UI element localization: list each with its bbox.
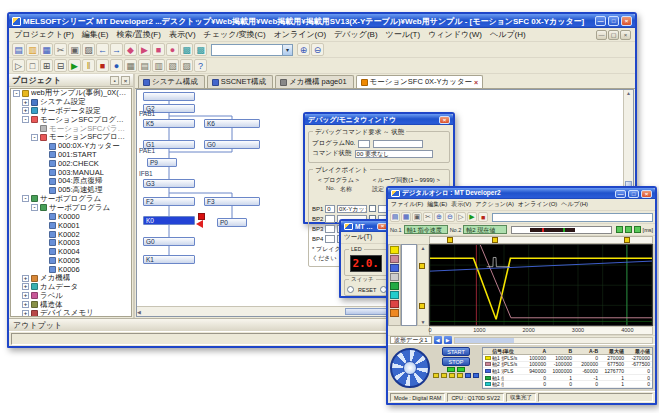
main-title-bar[interactable]: MELSOFTシリーズ MT Developer2 ...デスクトップ¥Web掲… <box>9 14 635 28</box>
motion-monitor-icon[interactable]: ● <box>166 43 179 56</box>
simulation-start-icon[interactable]: ▶ <box>68 59 81 72</box>
menu-item[interactable]: ファイル(F) <box>391 200 423 209</box>
device-batch-monitor-icon[interactable]: ▩ <box>180 43 193 56</box>
tree-item[interactable]: K0005 <box>11 256 131 265</box>
expand-toggle-icon[interactable]: + <box>22 99 29 106</box>
tree-item[interactable]: K0002 <box>11 230 131 239</box>
page-button[interactable] <box>465 373 471 378</box>
save-waveform-icon[interactable]: ▦ <box>401 212 411 222</box>
expand-toggle-icon[interactable]: + <box>22 301 29 308</box>
menu-item[interactable]: 編集(E) <box>427 200 447 209</box>
menu-item[interactable]: チェック/変換(C) <box>204 29 266 40</box>
expand-toggle-icon[interactable]: + <box>22 107 29 114</box>
sfc-node[interactable]: K1 <box>143 255 195 264</box>
tab-mechanism[interactable]: メカ機構 page01 <box>275 75 353 88</box>
tree-item[interactable]: 001:START <box>11 151 131 160</box>
channel-color-chip[interactable] <box>390 309 399 317</box>
redo-icon[interactable]: → <box>110 43 123 56</box>
scale-button[interactable] <box>616 226 623 233</box>
reset-radio[interactable] <box>347 286 354 293</box>
motion-run-icon[interactable]: ▶ <box>138 43 151 56</box>
expand-toggle-icon[interactable]: - <box>22 116 29 123</box>
channel-color-chip[interactable] <box>390 255 399 263</box>
collect-start-icon[interactable]: ▶ <box>467 212 477 222</box>
expand-toggle-icon[interactable]: - <box>31 204 38 211</box>
scroll-up-icon[interactable]: ▲ <box>624 90 633 96</box>
sfc-node[interactable]: G0 <box>204 140 260 149</box>
close-button[interactable]: × <box>641 190 652 198</box>
simulation-pause-icon[interactable]: ‖ <box>82 59 95 72</box>
tree-item[interactable]: 003:MANUAL <box>11 168 131 177</box>
menu-item[interactable]: オンライン(O) <box>274 29 327 40</box>
zoom-in-icon[interactable]: ⊕ <box>434 212 444 222</box>
trigger-level-marker[interactable] <box>419 263 425 269</box>
copy-icon[interactable]: ▣ <box>68 43 81 56</box>
slider-up-icon[interactable]: ▲ <box>421 245 426 251</box>
address-input[interactable] <box>492 213 653 222</box>
channel-color-chip[interactable] <box>390 273 399 281</box>
program-name-field[interactable] <box>373 140 423 148</box>
trigger-level-marker[interactable] <box>419 303 425 309</box>
menu-item[interactable]: オンライン(O) <box>518 200 557 209</box>
tree-item[interactable]: K0003 <box>11 239 131 248</box>
cursor-flag[interactable] <box>492 237 498 243</box>
search-combo[interactable]: ▾ <box>211 44 293 56</box>
signal-row[interactable]: 軸2 位置決め完了 0 0 0 1 0 <box>483 381 652 388</box>
channel-color-chip[interactable] <box>390 291 399 299</box>
minimize-button[interactable]: — <box>595 16 606 26</box>
help-icon[interactable]: ? <box>194 59 207 72</box>
expand-toggle-icon[interactable]: + <box>22 292 29 299</box>
save-project-icon[interactable]: ▦ <box>40 43 53 56</box>
tree-item[interactable]: - モーションSFCプログラム <box>11 133 131 142</box>
motion-stop-icon[interactable]: ■ <box>152 43 165 56</box>
marker-button[interactable] <box>449 373 455 378</box>
scroll-left-icon[interactable]: ◀ <box>137 309 141 315</box>
cursor-flag[interactable] <box>447 237 453 243</box>
zoom-in-icon[interactable]: ⊕ <box>297 43 310 56</box>
tree-item[interactable]: K0004 <box>11 247 131 256</box>
sfc-node[interactable]: F2 <box>143 197 195 206</box>
grid-view-icon[interactable]: ▦ <box>124 59 137 72</box>
tree-item[interactable]: + カムデータ <box>11 283 131 292</box>
sfc-node[interactable]: K6 <box>204 119 260 128</box>
close-button[interactable]: × <box>621 16 632 26</box>
window-cascade-icon[interactable]: ▥ <box>152 59 165 72</box>
tree-item[interactable]: - サーボプログラム <box>11 195 131 204</box>
tree-item[interactable]: K0006 <box>11 265 131 274</box>
tree-item[interactable]: - サーボプログラム <box>11 203 131 212</box>
marker-button[interactable] <box>441 373 447 378</box>
menu-item[interactable]: ツール(T) <box>386 29 421 40</box>
menu-item[interactable]: 表示(V) <box>451 200 471 209</box>
menu-item[interactable]: ヘルプ(H) <box>490 29 526 40</box>
channel-color-chip[interactable] <box>390 300 399 308</box>
tree-item[interactable]: モーションSFCパラメータ <box>11 124 131 133</box>
sfc-branch-icon[interactable]: ⊟ <box>54 59 67 72</box>
simulation-stop-icon[interactable]: ■ <box>96 59 109 72</box>
trigger-position-bar[interactable] <box>511 226 611 234</box>
sfc-cursor-icon[interactable]: ▷ <box>12 59 25 72</box>
simulator-menu[interactable]: ツール(T) <box>341 232 391 244</box>
expand-toggle-icon[interactable]: + <box>22 310 29 317</box>
print-icon[interactable]: ▨ <box>180 59 193 72</box>
zoom-out-icon[interactable]: ⊖ <box>311 43 324 56</box>
expand-toggle-icon[interactable]: + <box>22 283 29 290</box>
zoom-out-icon[interactable]: ⊖ <box>445 212 455 222</box>
page-button[interactable] <box>473 373 479 378</box>
sfc-node[interactable]: K5 <box>143 119 195 128</box>
tree-item[interactable]: 000:0X-Yカッター <box>11 142 131 151</box>
dialog-title-bar[interactable]: デバッグ/モニタウィンドウ × <box>305 114 453 125</box>
menu-item[interactable]: プロジェクト(P) <box>14 29 74 40</box>
maximize-button[interactable]: □ <box>628 190 639 198</box>
copy-icon[interactable]: ▣ <box>412 212 422 222</box>
sfc-step-icon[interactable]: □ <box>26 59 39 72</box>
tree-item[interactable]: 002:CHECK <box>11 159 131 168</box>
simulator-title-bar[interactable]: MT Simulator × <box>341 221 391 232</box>
motion-sfc-new-icon[interactable]: ◆ <box>124 43 137 56</box>
expand-toggle-icon[interactable]: - <box>22 195 29 202</box>
program-no-field[interactable] <box>358 140 370 148</box>
bp-no-field[interactable] <box>325 215 335 223</box>
new-project-icon[interactable]: ▤ <box>12 43 25 56</box>
channel-color-chip[interactable] <box>390 246 399 254</box>
tab-sscnet-config[interactable]: SSCNET構成 <box>207 75 273 88</box>
close-button[interactable]: × <box>439 116 450 124</box>
